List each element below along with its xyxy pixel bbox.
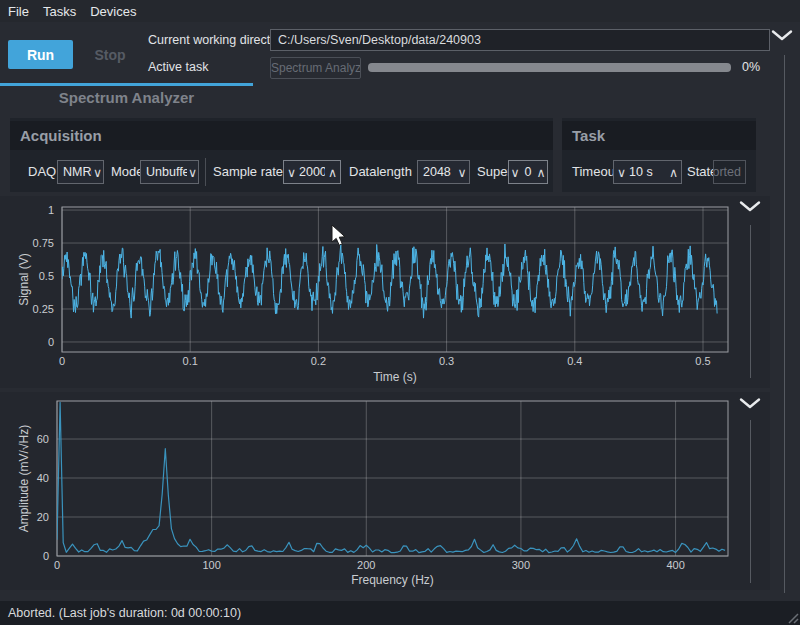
svg-text:0.2: 0.2 (311, 355, 326, 367)
status-bar: Aborted. (Last job's duration: 0d 00:00:… (0, 601, 800, 625)
svg-text:0.3: 0.3 (439, 355, 454, 367)
active-task-button[interactable]: Spectrum Analyzer (270, 57, 361, 79)
svg-text:Amplitude (mV/√Hz): Amplitude (mV/√Hz) (17, 425, 31, 532)
svg-text:0.75: 0.75 (33, 237, 54, 249)
svg-text:100: 100 (202, 559, 220, 571)
spin-up-icon[interactable]: ∧ (325, 165, 340, 180)
cwd-input[interactable] (270, 29, 770, 51)
svg-text:300: 300 (512, 559, 530, 571)
svg-text:0.4: 0.4 (567, 355, 582, 367)
datalength-value: 2048 (418, 165, 455, 179)
menu-item-file[interactable]: File (8, 4, 29, 19)
chevron-down-icon[interactable] (738, 200, 762, 213)
svg-text:0.5: 0.5 (39, 270, 54, 282)
progress-percent: 0% (742, 60, 760, 74)
separator (205, 158, 206, 186)
chevron-down-icon: ∨ (455, 165, 469, 180)
svg-text:0: 0 (48, 336, 54, 348)
splitter-handle[interactable] (750, 420, 751, 583)
menu-bar: File Tasks Devices (0, 0, 800, 22)
svg-text:1: 1 (48, 204, 54, 216)
datalength-label: Datalength (349, 160, 412, 184)
svg-text:0: 0 (43, 550, 49, 562)
progress-bar (368, 63, 731, 72)
splitter-handle[interactable] (750, 225, 751, 378)
app-window: File Tasks Devices Run Stop Current work… (0, 0, 800, 625)
spin-down-icon[interactable]: ∨ (614, 165, 629, 180)
svg-text:Time (s): Time (s) (373, 370, 417, 384)
task-panel-title: Task (562, 121, 756, 150)
mode-value: Unbuffered (141, 165, 187, 179)
tab-indicator (0, 83, 253, 86)
timeout-spinbox[interactable]: ∨ 10 s ∧ (613, 160, 682, 184)
sample-rate-spinbox[interactable]: ∨ 2000.00 ∧ (283, 160, 341, 184)
svg-text:0: 0 (54, 559, 60, 571)
tab-spectrum-analyzer[interactable]: Spectrum Analyzer (0, 89, 253, 106)
resize-grip-icon[interactable] (785, 610, 799, 624)
svg-text:0.5: 0.5 (695, 355, 710, 367)
sample-rate-label: Sample rate (213, 160, 283, 184)
chevron-down-icon[interactable] (770, 29, 794, 42)
run-button[interactable]: Run (8, 40, 73, 69)
menu-item-devices[interactable]: Devices (90, 4, 136, 19)
spectrum-chart[interactable]: 01002003004000204060Frequency (Hz)Amplit… (0, 392, 770, 590)
acquisition-panel-title: Acquisition (10, 121, 553, 150)
cwd-label: Current working directory (148, 33, 288, 47)
svg-text:0: 0 (59, 355, 65, 367)
daq-label: DAQ (28, 160, 56, 184)
mode-label: Mode (111, 160, 144, 184)
timeout-label: Timeout (572, 160, 618, 184)
svg-text:0.25: 0.25 (33, 303, 54, 315)
spin-down-icon[interactable]: ∨ (509, 165, 521, 180)
svg-text:20: 20 (37, 511, 49, 523)
svg-text:200: 200 (357, 559, 375, 571)
timeout-value: 10 s (629, 165, 666, 179)
svg-text:60: 60 (37, 433, 49, 445)
spin-up-icon[interactable]: ∧ (666, 165, 681, 180)
status-text: Aborted. (Last job's duration: 0d 00:00:… (8, 606, 241, 620)
menu-item-tasks[interactable]: Tasks (43, 4, 76, 19)
svg-text:400: 400 (666, 559, 684, 571)
active-task-label: Active task (148, 60, 208, 74)
spin-up-icon[interactable]: ∧ (535, 165, 547, 180)
daq-value: NMRduino (58, 165, 92, 179)
daq-select[interactable]: NMRduino ∨ (57, 160, 104, 184)
svg-text:Frequency (Hz): Frequency (Hz) (351, 573, 434, 587)
chevron-down-icon: ∨ (92, 165, 103, 180)
stop-button[interactable]: Stop (84, 40, 136, 69)
splitter-handle[interactable] (784, 55, 785, 593)
chevron-down-icon[interactable] (738, 397, 762, 410)
chevron-down-icon: ∨ (187, 165, 198, 180)
sample-rate-value: 2000.00 (299, 165, 325, 179)
svg-text:0.1: 0.1 (183, 355, 198, 367)
signal-chart[interactable]: 00.10.20.30.40.500.250.50.751Time (s)Sig… (0, 196, 770, 388)
svg-text:40: 40 (37, 472, 49, 484)
datalength-select[interactable]: 2048 ∨ (417, 160, 470, 184)
mode-select[interactable]: Unbuffered ∨ (140, 160, 199, 184)
svg-text:Signal (V): Signal (V) (17, 253, 31, 306)
supersampling-value: 0 (521, 165, 535, 179)
state-field: Aborted (713, 160, 746, 184)
supersampling-spinbox[interactable]: ∨ 0 ∧ (508, 160, 548, 184)
spin-down-icon[interactable]: ∨ (284, 165, 299, 180)
